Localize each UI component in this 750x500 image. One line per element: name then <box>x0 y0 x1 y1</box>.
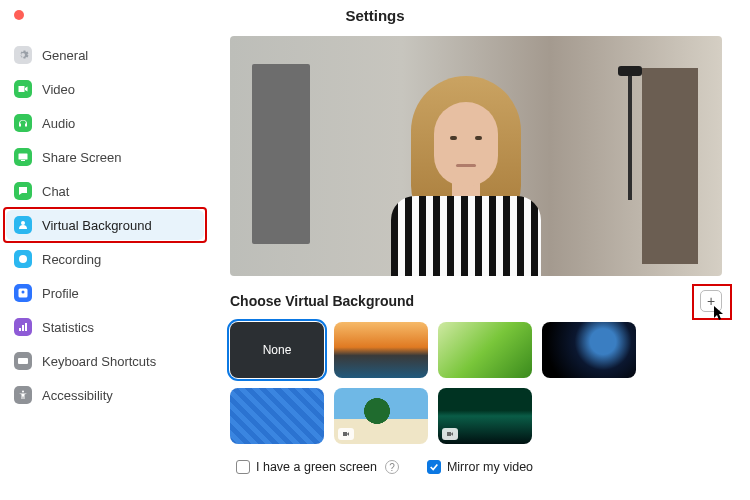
options-row: I have a green screen ? Mirror my video <box>230 460 722 474</box>
sidebar-item-label: Recording <box>42 252 101 267</box>
person-icon <box>14 216 32 234</box>
sidebar-item-label: Virtual Background <box>42 218 152 233</box>
video-preview <box>230 36 722 276</box>
background-thumb-bridge[interactable] <box>334 322 428 378</box>
preview-bg-shape <box>642 68 698 264</box>
sidebar-item-label: Profile <box>42 286 79 301</box>
sidebar-item-label: Accessibility <box>42 388 113 403</box>
sidebar-item-chat[interactable]: Chat <box>6 176 204 206</box>
camera-icon <box>14 80 32 98</box>
sidebar-item-label: Video <box>42 82 75 97</box>
sidebar-item-virtual-background[interactable]: Virtual Background <box>6 210 204 240</box>
window-controls <box>14 10 24 20</box>
background-thumb-aurora[interactable] <box>438 388 532 444</box>
window-title: Settings <box>345 7 404 24</box>
gear-icon <box>14 46 32 64</box>
profile-icon <box>14 284 32 302</box>
svg-point-6 <box>22 391 24 393</box>
sidebar-item-label: Chat <box>42 184 69 199</box>
video-badge-icon <box>338 428 354 440</box>
background-thumb-beach[interactable] <box>334 388 428 444</box>
add-background-highlight: + <box>700 290 722 312</box>
background-thumb-none[interactable]: None <box>230 322 324 378</box>
svg-rect-5 <box>18 358 28 364</box>
section-header: Choose Virtual Background + <box>230 290 722 312</box>
screen-icon <box>14 148 32 166</box>
sidebar-item-video[interactable]: Video <box>6 74 204 104</box>
preview-bg-shape <box>252 64 310 244</box>
help-icon[interactable]: ? <box>385 460 399 474</box>
sidebar-item-recording[interactable]: Recording <box>6 244 204 274</box>
sidebar-item-audio[interactable]: Audio <box>6 108 204 138</box>
mirror-video-label: Mirror my video <box>447 460 533 474</box>
green-screen-checkbox[interactable]: I have a green screen ? <box>236 460 399 474</box>
close-dot[interactable] <box>14 10 24 20</box>
cursor-icon <box>714 306 726 322</box>
sidebar-item-general[interactable]: General <box>6 40 204 70</box>
background-thumbnails: None <box>230 322 722 444</box>
preview-bg-shape <box>628 70 632 200</box>
keyboard-icon <box>14 352 32 370</box>
svg-point-1 <box>21 221 25 225</box>
svg-point-2 <box>19 255 27 263</box>
section-title: Choose Virtual Background <box>230 293 414 309</box>
background-thumb-earth[interactable] <box>542 322 636 378</box>
headphones-icon <box>14 114 32 132</box>
body: GeneralVideoAudioShare ScreenChatVirtual… <box>0 30 750 500</box>
preview-person <box>386 76 546 276</box>
sidebar-item-label: Statistics <box>42 320 94 335</box>
thumb-label: None <box>230 322 324 378</box>
green-screen-label: I have a green screen <box>256 460 377 474</box>
titlebar: Settings <box>0 0 750 30</box>
sidebar-item-share-screen[interactable]: Share Screen <box>6 142 204 172</box>
record-icon <box>14 250 32 268</box>
svg-rect-0 <box>19 154 28 160</box>
background-thumb-pattern[interactable] <box>230 388 324 444</box>
sidebar-item-label: General <box>42 48 88 63</box>
sidebar-item-profile[interactable]: Profile <box>6 278 204 308</box>
sidebar-item-statistics[interactable]: Statistics <box>6 312 204 342</box>
sidebar-item-accessibility[interactable]: Accessibility <box>6 380 204 410</box>
sidebar-item-label: Share Screen <box>42 150 122 165</box>
background-thumb-grass[interactable] <box>438 322 532 378</box>
virtual-background-panel: Choose Virtual Background + None I have … <box>210 30 750 500</box>
sidebar-item-keyboard-shortcuts[interactable]: Keyboard Shortcuts <box>6 346 204 376</box>
mirror-video-checkbox[interactable]: Mirror my video <box>427 460 533 474</box>
settings-window: Settings GeneralVideoAudioShare ScreenCh… <box>0 0 750 500</box>
access-icon <box>14 386 32 404</box>
svg-point-4 <box>22 291 25 294</box>
stats-icon <box>14 318 32 336</box>
sidebar-item-label: Audio <box>42 116 75 131</box>
settings-sidebar: GeneralVideoAudioShare ScreenChatVirtual… <box>0 30 210 500</box>
chat-icon <box>14 182 32 200</box>
video-badge-icon <box>442 428 458 440</box>
sidebar-item-label: Keyboard Shortcuts <box>42 354 156 369</box>
